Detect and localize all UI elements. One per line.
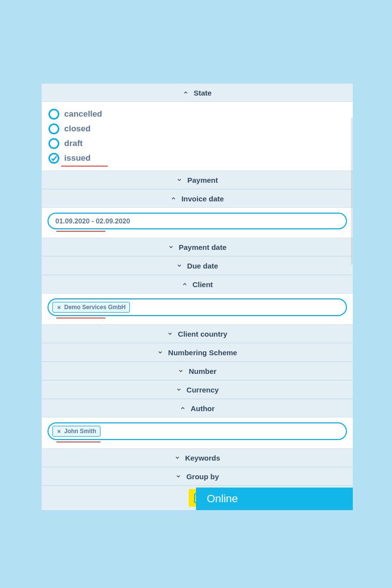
radio-checked-icon <box>49 153 59 164</box>
section-label: Client country <box>178 330 227 338</box>
highlight-underline <box>56 318 105 318</box>
chevron-up-icon <box>171 196 176 201</box>
state-options: cancelled closed draft issued <box>42 102 353 171</box>
invoice-date-input[interactable]: 01.09.2020 - 02.09.2020 <box>48 213 347 229</box>
section-header-author[interactable]: Author <box>42 399 353 417</box>
radio-icon <box>49 123 59 134</box>
section-label: Keywords <box>185 454 220 462</box>
online-status-bar[interactable]: Online <box>196 488 353 510</box>
close-icon[interactable] <box>57 429 61 434</box>
section-label: Due date <box>187 262 218 270</box>
section-label: Payment date <box>179 243 227 251</box>
radio-icon <box>49 138 59 149</box>
section-label: Invoice date <box>181 195 224 203</box>
section-header-numbering-scheme[interactable]: Numbering Scheme <box>42 343 353 362</box>
bottom-bar: Online <box>42 486 353 510</box>
section-label: Group by <box>186 472 219 481</box>
radio-label: closed <box>64 124 91 134</box>
close-icon[interactable] <box>57 305 61 310</box>
highlight-underline <box>56 441 100 442</box>
section-label: Number <box>189 367 217 375</box>
section-label: Author <box>191 404 215 413</box>
radio-label: draft <box>64 139 83 148</box>
radio-label: cancelled <box>64 109 102 119</box>
client-body: Demo Services GmbH <box>42 294 353 324</box>
state-option-issued[interactable]: issued <box>49 151 346 166</box>
chevron-down-icon <box>178 368 184 374</box>
chevron-up-icon <box>183 90 189 96</box>
radio-icon <box>49 109 59 120</box>
section-header-invoice-date[interactable]: Invoice date <box>42 189 353 208</box>
online-label: Online <box>207 492 238 505</box>
section-header-state[interactable]: State <box>42 83 353 102</box>
section-header-client-country[interactable]: Client country <box>42 324 353 343</box>
section-label: State <box>194 89 212 97</box>
section-label: Payment <box>187 176 218 184</box>
section-header-due-date[interactable]: Due date <box>42 256 353 275</box>
state-option-cancelled[interactable]: cancelled <box>49 107 346 122</box>
state-option-closed[interactable]: closed <box>49 122 346 136</box>
author-body: John Smith <box>42 417 353 448</box>
section-header-payment[interactable]: Payment <box>42 171 353 189</box>
tag-label: Demo Services GmbH <box>64 304 125 311</box>
chevron-up-icon <box>180 405 186 411</box>
author-input[interactable]: John Smith <box>48 422 347 440</box>
chevron-down-icon <box>174 455 180 461</box>
section-header-payment-date[interactable]: Payment date <box>42 238 353 256</box>
section-header-group-by[interactable]: Group by <box>42 467 353 486</box>
filter-panel: State cancelled closed draft issue <box>42 83 353 510</box>
section-header-keywords[interactable]: Keywords <box>42 448 353 467</box>
radio-label: issued <box>64 153 91 163</box>
state-option-draft[interactable]: draft <box>49 136 346 151</box>
invoice-date-value: 01.09.2020 - 02.09.2020 <box>55 217 130 225</box>
chevron-down-icon <box>157 349 163 355</box>
highlight-underline <box>56 231 105 232</box>
section-label: Currency <box>187 386 219 394</box>
tag-label: John Smith <box>64 428 96 435</box>
highlight-underline <box>61 166 108 167</box>
author-tag: John Smith <box>52 426 100 437</box>
section-header-currency[interactable]: Currency <box>42 380 353 399</box>
client-input[interactable]: Demo Services GmbH <box>48 298 347 316</box>
chevron-down-icon <box>176 387 182 392</box>
chevron-down-icon <box>175 473 181 479</box>
chevron-down-icon <box>176 177 182 183</box>
scrollbar[interactable] <box>351 118 353 265</box>
chevron-down-icon <box>167 331 173 337</box>
section-header-number[interactable]: Number <box>42 362 353 380</box>
chevron-up-icon <box>182 281 188 287</box>
chevron-down-icon <box>168 244 174 250</box>
section-header-client[interactable]: Client <box>42 275 353 294</box>
section-label: Numbering Scheme <box>168 348 237 357</box>
client-tag: Demo Services GmbH <box>52 302 130 313</box>
invoice-date-body: 01.09.2020 - 02.09.2020 <box>42 208 353 238</box>
section-label: Client <box>193 280 213 289</box>
chevron-down-icon <box>176 263 182 269</box>
